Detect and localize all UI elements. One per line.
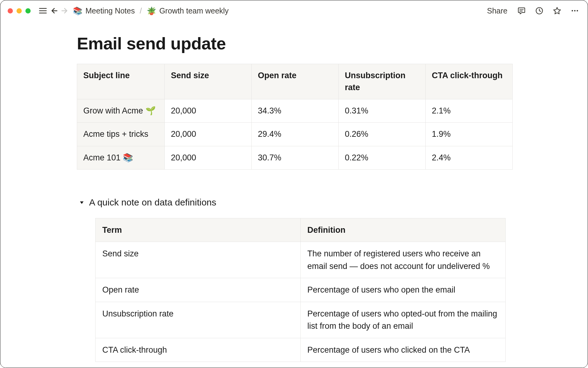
- cell-open-rate[interactable]: 29.4%: [252, 123, 339, 146]
- toggle-block-definitions: A quick note on data definitions Term De…: [79, 197, 512, 362]
- breadcrumb-parent[interactable]: 📚 Meeting Notes: [72, 5, 135, 17]
- comments-button[interactable]: [516, 5, 527, 16]
- table-row[interactable]: CTA click-through Percentage of users wh…: [96, 338, 506, 362]
- share-button[interactable]: Share: [485, 5, 509, 17]
- metrics-table: Subject line Send size Open rate Unsubsc…: [77, 64, 513, 170]
- window-minimize-button[interactable]: [17, 8, 22, 13]
- table-row[interactable]: Grow with Acme 🌱 20,000 34.3% 0.31% 2.1%: [77, 99, 513, 123]
- cell-send-size[interactable]: 20,000: [165, 99, 252, 123]
- cell-unsub-rate[interactable]: 0.31%: [339, 99, 426, 123]
- cell-subject[interactable]: Acme tips + tricks: [77, 123, 165, 146]
- cell-definition[interactable]: Percentage of users who opted-out from t…: [300, 302, 505, 338]
- cell-definition[interactable]: Percentage of users who clicked on the C…: [300, 338, 505, 362]
- plant-icon: 🪴: [147, 7, 156, 15]
- cell-open-rate[interactable]: 34.3%: [252, 99, 339, 123]
- definitions-table: Term Definition Send size The number of …: [95, 218, 506, 362]
- table-row[interactable]: Acme tips + tricks 20,000 29.4% 0.26% 1.…: [77, 123, 513, 146]
- toggle-body: Term Definition Send size The number of …: [95, 218, 512, 362]
- col-term[interactable]: Term: [96, 218, 301, 242]
- cell-cta[interactable]: 2.1%: [426, 99, 513, 123]
- breadcrumb-current-label: Growth team weekly: [159, 6, 228, 15]
- more-button[interactable]: [569, 5, 580, 16]
- toggle-header[interactable]: A quick note on data definitions: [79, 197, 512, 208]
- svg-point-9: [572, 10, 573, 12]
- breadcrumb-current[interactable]: 🪴 Growth team weekly: [146, 5, 229, 17]
- svg-point-10: [574, 10, 576, 12]
- topbar: 📚 Meeting Notes / 🪴 Growth team weekly S…: [0, 0, 588, 21]
- cell-send-size[interactable]: 20,000: [165, 123, 252, 146]
- viewport-cutoff: [0, 365, 588, 368]
- table-row[interactable]: Send size The number of registered users…: [96, 242, 506, 278]
- updates-button[interactable]: [534, 5, 545, 16]
- window-fullscreen-button[interactable]: [25, 8, 31, 13]
- cell-unsub-rate[interactable]: 0.22%: [339, 146, 426, 169]
- col-send-size[interactable]: Send size: [165, 64, 252, 99]
- cell-unsub-rate[interactable]: 0.26%: [339, 123, 426, 146]
- toggle-title: A quick note on data definitions: [89, 197, 216, 208]
- cell-cta[interactable]: 2.4%: [426, 146, 513, 169]
- col-subject-line[interactable]: Subject line: [77, 64, 165, 99]
- table-row[interactable]: Acme 101 📚 20,000 30.7% 0.22% 2.4%: [77, 146, 513, 169]
- page-title: Email send update: [77, 33, 512, 53]
- svg-point-11: [577, 10, 578, 12]
- cell-definition[interactable]: Percentage of users who open the email: [300, 278, 505, 302]
- table-row[interactable]: Open rate Percentage of users who open t…: [96, 278, 506, 302]
- topbar-actions: Share: [485, 5, 580, 17]
- breadcrumb-separator: /: [138, 6, 143, 15]
- cell-term[interactable]: Unsubscription rate: [96, 302, 301, 338]
- breadcrumb: 📚 Meeting Notes / 🪴 Growth team weekly: [72, 5, 229, 17]
- page: Email send update Subject line Send size…: [0, 21, 588, 362]
- cell-subject[interactable]: Acme 101 📚: [77, 146, 165, 169]
- cell-definition[interactable]: The number of registered users who recei…: [300, 242, 505, 278]
- nav-forward-button[interactable]: [59, 5, 70, 16]
- col-definition[interactable]: Definition: [300, 218, 505, 242]
- cell-term[interactable]: Send size: [96, 242, 301, 278]
- col-open-rate[interactable]: Open rate: [252, 64, 339, 99]
- books-icon: 📚: [73, 7, 82, 15]
- table-header-row: Term Definition: [96, 218, 506, 242]
- cell-term[interactable]: CTA click-through: [96, 338, 301, 362]
- window-traffic-lights: [8, 8, 31, 13]
- table-header-row: Subject line Send size Open rate Unsubsc…: [77, 64, 513, 99]
- cell-open-rate[interactable]: 30.7%: [252, 146, 339, 169]
- caret-down-icon: [79, 197, 85, 208]
- svg-marker-8: [554, 7, 560, 14]
- col-unsubscription-rate[interactable]: Unsubscription rate: [339, 64, 426, 99]
- nav-back-button[interactable]: [48, 5, 59, 16]
- col-cta-click-through[interactable]: CTA click-through: [426, 64, 513, 99]
- sidebar-toggle-button[interactable]: [37, 5, 48, 16]
- window-close-button[interactable]: [8, 8, 13, 13]
- table-row[interactable]: Unsubscription rate Percentage of users …: [96, 302, 506, 338]
- page-content: Email send update Subject line Send size…: [77, 33, 512, 362]
- cell-cta[interactable]: 1.9%: [426, 123, 513, 146]
- cell-term[interactable]: Open rate: [96, 278, 301, 302]
- cell-send-size[interactable]: 20,000: [165, 146, 252, 169]
- cell-subject[interactable]: Grow with Acme 🌱: [77, 99, 165, 123]
- svg-marker-12: [80, 201, 84, 204]
- favorite-button[interactable]: [552, 5, 563, 16]
- breadcrumb-parent-label: Meeting Notes: [85, 6, 135, 15]
